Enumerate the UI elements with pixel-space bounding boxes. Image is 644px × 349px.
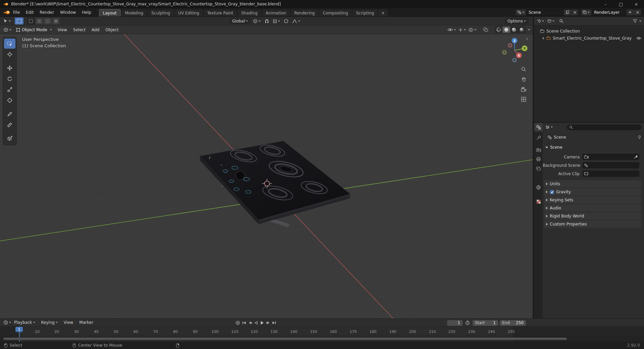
tab-shading[interactable]: Shading: [237, 9, 261, 16]
menu-file[interactable]: File: [10, 8, 23, 16]
menu-add[interactable]: Add: [89, 26, 102, 34]
minimize-button[interactable]: –: [598, 0, 613, 8]
tab-tool-icon[interactable]: [534, 133, 543, 142]
active-clip-field[interactable]: [582, 170, 639, 177]
snap-settings-dropdown[interactable]: [272, 18, 281, 24]
object-visibility-dropdown[interactable]: [447, 27, 457, 33]
mode-dropdown[interactable]: Object Mode: [13, 28, 55, 32]
menu-view[interactable]: View: [55, 26, 70, 34]
tab-animation[interactable]: Animation: [262, 9, 290, 16]
jump-to-end-icon[interactable]: [272, 321, 276, 325]
view-layer-browse-button[interactable]: [581, 9, 591, 15]
active-tool-select-box[interactable]: [15, 17, 23, 24]
tab-view-layer-icon[interactable]: [534, 164, 543, 173]
tab-uv-editing[interactable]: UV Editing: [174, 9, 203, 16]
eyedropper-icon[interactable]: [634, 155, 638, 159]
tab-rendering[interactable]: Rendering: [290, 9, 318, 16]
tree-row-stove-object[interactable]: Smart_Electric_Countertop_Stove_Gray: [534, 35, 644, 42]
add-view-layer-button[interactable]: [626, 9, 634, 15]
select-mode-subtract[interactable]: [44, 18, 52, 24]
tab-output-icon[interactable]: [534, 155, 543, 163]
menu-window[interactable]: Window: [57, 8, 79, 16]
close-button[interactable]: ×: [629, 0, 644, 8]
search-icon[interactable]: [559, 19, 564, 23]
proportional-falloff-dropdown[interactable]: [291, 18, 301, 24]
snap-toggle-magnet-icon[interactable]: [263, 18, 270, 24]
timeline-editor-dropdown[interactable]: [0, 320, 11, 325]
shading-dropdown-icon[interactable]: [528, 29, 530, 31]
add-workspace-button[interactable]: +: [378, 9, 388, 16]
shading-wireframe-button[interactable]: [495, 27, 502, 33]
pivot-point-dropdown[interactable]: [252, 18, 261, 24]
tool-move[interactable]: [4, 63, 15, 73]
menu-playback[interactable]: Playback: [11, 320, 38, 325]
next-keyframe-icon[interactable]: [266, 321, 270, 325]
menu-select[interactable]: Select: [70, 26, 89, 34]
tool-rotate[interactable]: [4, 74, 15, 84]
outliner-display-mode-dropdown[interactable]: [547, 19, 554, 23]
editor-type-dropdown[interactable]: [0, 28, 13, 32]
panel-units[interactable]: Units: [544, 180, 641, 188]
view-layer-name[interactable]: RenderLayer: [591, 10, 626, 15]
tool-select-box[interactable]: [4, 39, 15, 49]
tool-measure[interactable]: [4, 120, 15, 130]
options-dropdown[interactable]: Options: [505, 18, 529, 24]
jump-to-start-icon[interactable]: [242, 321, 246, 325]
current-frame-field[interactable]: 1: [447, 320, 463, 326]
shading-solid-button[interactable]: [502, 27, 510, 33]
transform-orientation-dropdown[interactable]: Global: [229, 18, 251, 24]
menu-render[interactable]: Render: [37, 8, 57, 16]
breadcrumb-label[interactable]: Scene: [554, 135, 566, 140]
start-frame-field[interactable]: Start 1: [473, 320, 498, 326]
show-overlays-dropdown[interactable]: [468, 27, 477, 33]
expand-arrow-icon[interactable]: [543, 37, 544, 40]
play-icon[interactable]: [260, 320, 264, 325]
new-scene-button[interactable]: [564, 9, 571, 15]
toggle-ortho-icon[interactable]: [519, 95, 528, 104]
camera-field[interactable]: [582, 154, 639, 160]
shading-material-button[interactable]: [510, 27, 518, 33]
outliner-editor-dropdown[interactable]: [537, 19, 544, 23]
select-mode-invert[interactable]: [52, 18, 60, 24]
viewport-3d[interactable]: User Perspective (1) Scene Collection: [0, 34, 533, 318]
tool-settings-editor-button[interactable]: [0, 19, 12, 23]
tool-add-primitive[interactable]: [4, 134, 15, 144]
show-gizmo-dropdown[interactable]: [458, 27, 467, 33]
select-mode-extend[interactable]: [35, 18, 44, 24]
panel-keying-sets[interactable]: Keying Sets: [544, 196, 641, 204]
blender-logo-icon[interactable]: [3, 10, 10, 15]
chevron-down-icon[interactable]: [639, 20, 641, 22]
camera-view-icon[interactable]: [519, 85, 528, 94]
preview-range-clock-icon[interactable]: [465, 320, 470, 325]
end-frame-field[interactable]: End 250: [500, 320, 526, 326]
menu-edit[interactable]: Edit: [23, 8, 37, 16]
auto-keying-record-icon[interactable]: [235, 320, 240, 325]
menu-object[interactable]: Object: [102, 26, 121, 34]
background-scene-field[interactable]: [582, 162, 639, 168]
tool-cursor[interactable]: [4, 49, 15, 59]
tab-scripting[interactable]: Scripting: [353, 9, 378, 16]
tab-layout[interactable]: Layout: [99, 9, 121, 16]
tab-world-icon[interactable]: [534, 183, 543, 192]
zoom-view-icon[interactable]: [519, 64, 528, 74]
prev-keyframe-icon[interactable]: [248, 321, 252, 325]
remove-view-layer-button[interactable]: [634, 9, 641, 15]
toggle-xray-icon[interactable]: [482, 27, 489, 33]
pan-view-hand-icon[interactable]: [519, 74, 528, 84]
menu-marker[interactable]: Marker: [76, 320, 96, 325]
tab-render-icon[interactable]: [534, 145, 543, 154]
menu-help[interactable]: Help: [79, 8, 94, 16]
properties-editor-dropdown[interactable]: [545, 125, 553, 129]
panel-custom-properties[interactable]: Custom Properties: [544, 220, 641, 228]
menu-view[interactable]: View: [61, 320, 76, 325]
panel-rigid-body-world[interactable]: Rigid Body World: [544, 212, 641, 220]
gizmo-neg-x[interactable]: [508, 44, 512, 47]
properties-search-field[interactable]: [567, 124, 641, 130]
menu-keying[interactable]: Keying: [38, 320, 61, 325]
panel-audio[interactable]: Audio: [544, 204, 641, 212]
filter-funnel-icon[interactable]: [633, 19, 637, 23]
panel-gravity[interactable]: Gravity: [544, 188, 641, 196]
pin-icon[interactable]: [638, 135, 641, 140]
tab-sculpting[interactable]: Sculpting: [148, 9, 174, 16]
gizmo-neg-y[interactable]: [503, 51, 506, 54]
